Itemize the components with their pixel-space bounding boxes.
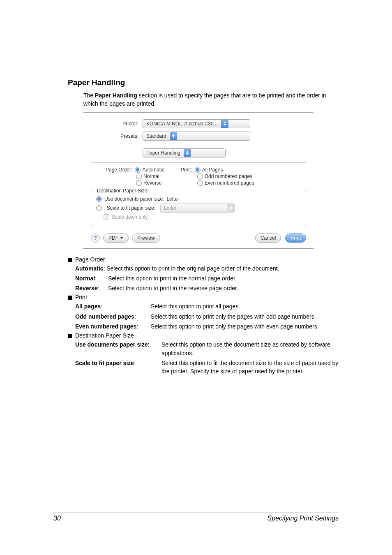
def-even-pages: Even numbered pages: Select this option … xyxy=(75,322,339,331)
use-docs-value: Letter xyxy=(166,196,179,202)
intro-bold: Paper Handling xyxy=(95,92,137,99)
bullet-print: Print All pages: Select this option to p… xyxy=(68,294,339,331)
radio-icon[interactable] xyxy=(197,173,203,179)
def-normal-text: Select this option to print in the norma… xyxy=(108,274,339,282)
section-value: Paper Handling xyxy=(143,150,184,156)
cancel-button[interactable]: Cancel xyxy=(255,234,281,243)
def-even-pages-text: Select this option to print only the pag… xyxy=(151,322,339,331)
print-group: Print: All Pages Odd numbered pages Even… xyxy=(181,167,254,187)
destination-paper-size-group: Destination Paper Size: Use documents pa… xyxy=(91,191,306,226)
updown-icon xyxy=(227,204,235,212)
intro-paragraph: The Paper Handling section is used to sp… xyxy=(83,91,339,108)
scale-paper-select: Letter xyxy=(160,204,235,213)
bullet-page-order: Page Order Automatic: Select this option… xyxy=(68,256,339,293)
preview-button[interactable]: Preview xyxy=(132,234,160,243)
footer-title: Specifying Print Settings xyxy=(267,515,339,522)
scale-down-label: Scale down only xyxy=(112,214,148,220)
page-order-automatic[interactable]: Page Order: Automatic xyxy=(106,167,164,173)
def-all-pages-text: Select this option to print all pages. xyxy=(151,302,339,310)
printer-select[interactable]: KONICA MINOLTA bizhub C30... xyxy=(143,119,250,128)
term-odd-pages: Odd numbered pages xyxy=(75,313,134,320)
print-all-pages[interactable]: Print: All Pages xyxy=(181,167,254,173)
page-order-label: Page Order: xyxy=(106,167,132,173)
term-even-pages: Even numbered pages xyxy=(75,323,136,330)
def-odd-pages: Odd numbered pages: Select this option t… xyxy=(75,312,339,321)
def-automatic: Automatic: Select this option to print i… xyxy=(75,264,339,273)
separator xyxy=(91,144,306,144)
radio-icon[interactable] xyxy=(136,173,142,179)
scale-value: Letter xyxy=(161,205,180,211)
def-reverse-text: Select this option to print in the rever… xyxy=(108,284,339,292)
def-use-docs-text: Select this option to use the document s… xyxy=(161,340,339,357)
term-all-pages: All pages xyxy=(75,303,101,310)
printer-label: Printer: xyxy=(91,121,143,127)
page-order-opt-0: Automatic xyxy=(142,167,164,173)
pdf-button[interactable]: PDF xyxy=(103,234,129,243)
scale-down-only: ✓ Scale down only xyxy=(104,214,301,220)
radio-icon[interactable] xyxy=(96,205,102,211)
page-order-group: Page Order: Automatic Normal Reverse xyxy=(106,167,164,187)
separator xyxy=(91,162,306,163)
page-footer: 30 Specifying Print Settings xyxy=(53,513,339,522)
print-even-pages[interactable]: Even numbered pages xyxy=(181,180,254,186)
page-order-normal[interactable]: Normal xyxy=(106,173,164,179)
term-normal: Normal xyxy=(75,275,95,282)
printer-value: KONICA MINOLTA bizhub C30... xyxy=(143,121,221,127)
radio-icon[interactable] xyxy=(135,167,141,173)
caret-down-icon xyxy=(120,237,123,239)
presets-value: Standard xyxy=(143,133,170,139)
section-heading: Paper Handling xyxy=(68,78,339,87)
page: Paper Handling The Paper Handling sectio… xyxy=(0,0,392,555)
def-all-pages: All pages: Select this option to print a… xyxy=(75,302,339,310)
def-normal: Normal: Select this option to print in t… xyxy=(75,274,339,282)
intro-part-1: The xyxy=(83,92,95,99)
presets-label: Presets: xyxy=(91,133,143,139)
checkbox-icon: ✓ xyxy=(104,214,109,220)
def-odd-pages-text: Select this option to print only the pag… xyxy=(151,312,339,321)
term-reverse: Reverse xyxy=(75,285,98,291)
term-scale-fit: Scale to fit paper size xyxy=(75,360,134,366)
radio-icon[interactable] xyxy=(195,167,201,173)
page-number: 30 xyxy=(53,515,61,522)
print-label: Print: xyxy=(181,167,192,173)
use-documents-paper-size[interactable]: Use documents paper size: Letter xyxy=(96,196,301,202)
presets-select[interactable]: Standard xyxy=(143,132,250,141)
def-scale-fit-text: Select this option to fit the document s… xyxy=(161,359,339,376)
scale-label: Scale to fit paper size: xyxy=(107,205,155,211)
presets-row: Presets: Standard xyxy=(91,132,306,141)
print-button[interactable]: Print xyxy=(285,234,306,243)
radio-icon[interactable] xyxy=(96,196,102,202)
print-opt-0: All Pages xyxy=(202,167,223,173)
def-scale-fit: Scale to fit paper size: Select this opt… xyxy=(75,359,339,376)
bullet-icon xyxy=(68,258,72,262)
radio-icon[interactable] xyxy=(197,180,203,186)
print-opt-1: Odd numbered pages xyxy=(205,173,252,179)
print-dialog: Printer: KONICA MINOLTA bizhub C30... Pr… xyxy=(83,112,314,249)
radio-icon[interactable] xyxy=(136,180,142,186)
pdf-label: PDF xyxy=(108,235,118,241)
updown-icon[interactable] xyxy=(170,132,177,140)
def-use-docs: Use documents paper size: Select this op… xyxy=(75,340,339,357)
page-order-reverse[interactable]: Reverse xyxy=(106,180,164,186)
def-reverse: Reverse: Select this option to print in … xyxy=(75,284,339,292)
section-row: Paper Handling xyxy=(91,148,306,157)
scale-to-fit-paper-size[interactable]: Scale to fit paper size: Letter xyxy=(96,204,301,213)
help-button[interactable]: ? xyxy=(91,234,100,243)
section-select[interactable]: Paper Handling xyxy=(143,148,226,157)
def-automatic-text: : Select this option to print in the ori… xyxy=(103,265,279,272)
updown-icon[interactable] xyxy=(221,120,228,128)
page-order-opt-2: Reverse xyxy=(143,180,162,186)
page-order-head: Page Order xyxy=(75,256,339,263)
destination-legend: Destination Paper Size: xyxy=(95,188,150,194)
printer-row: Printer: KONICA MINOLTA bizhub C30... xyxy=(91,119,306,128)
print-head: Print xyxy=(75,294,339,301)
dialog-footer: ? PDF Preview Cancel Print xyxy=(91,234,306,243)
updown-icon[interactable] xyxy=(184,149,191,157)
term-automatic: Automatic xyxy=(75,265,103,272)
page-order-opt-1: Normal xyxy=(143,173,159,179)
bullet-icon xyxy=(68,296,72,300)
print-odd-pages[interactable]: Odd numbered pages xyxy=(181,173,254,179)
print-opt-2: Even numbered pages xyxy=(205,180,254,186)
term-use-docs: Use documents paper size xyxy=(75,341,148,348)
description-list: Page Order Automatic: Select this option… xyxy=(68,256,339,376)
